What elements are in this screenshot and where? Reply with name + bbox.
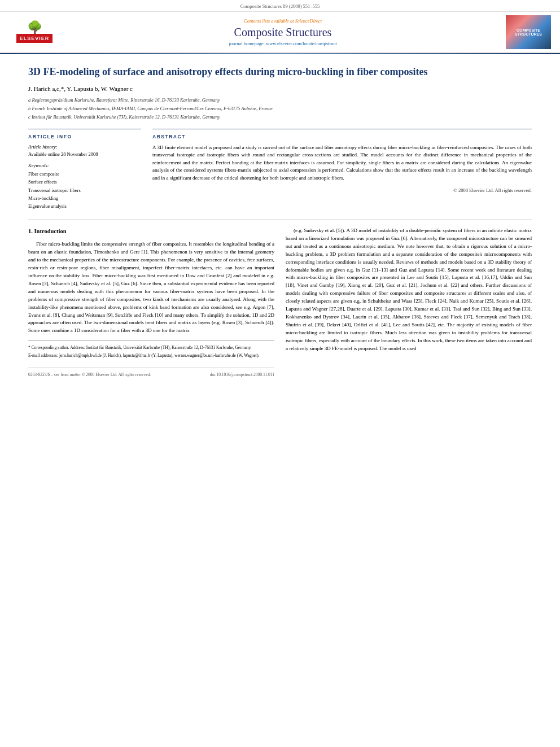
journal-title: Composite Structures xyxy=(71,26,495,39)
body-col-left: 1. Introduction Fiber micro-buckling lim… xyxy=(28,227,274,378)
available-online: Available online 28 November 2008 xyxy=(28,151,141,157)
article-content: 3D FE-modeling of surface and anisotropy… xyxy=(0,54,560,389)
journal-homepage: journal homepage: www.elsevier.com/locat… xyxy=(71,41,495,46)
homepage-url[interactable]: www.elsevier.com/locate/compstruct xyxy=(266,41,337,46)
composite-structures-logo: COMPOSITE STRUCTURES xyxy=(506,15,551,49)
affiliation-2: b French Institute of Advanced Mechanics… xyxy=(28,105,532,112)
elsevier-wordmark: ELSEVIER xyxy=(16,34,53,43)
homepage-label: journal homepage: xyxy=(229,41,266,46)
article-title: 3D FE-modeling of surface and anisotropy… xyxy=(28,65,532,78)
section-1-title: 1. Introduction xyxy=(28,227,274,236)
journal-header: Composite Structures 89 (2009) 551–555 🌳… xyxy=(0,0,560,53)
keyword-4: Micro-buckling xyxy=(28,194,141,202)
journal-citation: Composite Structures 89 (2009) 551–555 xyxy=(0,2,560,12)
contents-text: Contents lists available at xyxy=(244,18,294,24)
keywords-label: Keywords: xyxy=(28,163,141,168)
body-col-right: (e.g. Sadovsky et al. [5]). A 3D model o… xyxy=(286,227,532,378)
keywords-list: Fiber composite Surface effects Transver… xyxy=(28,170,141,211)
article-info-heading: ARTICLE INFO xyxy=(28,134,141,139)
elsevier-tree-icon: 🌳 xyxy=(27,21,42,34)
sciencedirect-link-text[interactable]: ScienceDirect xyxy=(295,18,322,24)
article-info-column: ARTICLE INFO Article history: Available … xyxy=(28,129,141,211)
abstract-text: A 3D finite element model is proposed an… xyxy=(152,144,532,182)
sciencedirect-line: Contents lists available at ScienceDirec… xyxy=(71,18,495,24)
keyword-1: Fiber composite xyxy=(28,170,141,178)
section-divider xyxy=(28,220,532,220)
section-1-para-2: (e.g. Sadovsky et al. [5]). A 3D model o… xyxy=(286,227,532,353)
article-info-abstract: ARTICLE INFO Article history: Available … xyxy=(28,129,532,211)
section-1-para-1: Fiber micro-buckling limits the compress… xyxy=(28,241,274,335)
keyword-2: Surface effects xyxy=(28,178,141,186)
elsevier-logo: 🌳 ELSEVIER xyxy=(9,21,60,43)
affiliation-3: c Institut für Baustatik, Universität Ka… xyxy=(28,113,532,121)
keyword-3: Transversal isotropic fibers xyxy=(28,186,141,194)
doi-text: doi:10.1016/j.compstruct.2008.11.011 xyxy=(210,372,274,378)
composite-logo-text: COMPOSITE STRUCTURES xyxy=(508,28,549,36)
footnotes: * Corresponding author. Address: Institu… xyxy=(28,340,274,359)
issn-text: 0263-8223/$ – see front matter © 2008 El… xyxy=(28,372,151,378)
abstract-heading: ABSTRACT xyxy=(152,134,532,139)
journal-center: Contents lists available at ScienceDirec… xyxy=(60,18,506,46)
affiliations: a Regierungspräsidium Karlsruhe, Baurefe… xyxy=(28,97,532,120)
authors-text: J. Harich a,c,*, Y. Lapusta b, W. Wagner… xyxy=(28,85,133,92)
footnote-corresponding: * Corresponding author. Address: Institu… xyxy=(28,344,274,351)
composite-logo-inner: COMPOSITE STRUCTURES xyxy=(506,15,551,49)
history-label: Article history: xyxy=(28,144,141,150)
bottom-bar: 0263-8223/$ – see front matter © 2008 El… xyxy=(28,368,274,378)
keyword-5: Eigenvalue analysis xyxy=(28,202,141,210)
affiliation-1: a Regierungspräsidium Karlsruhe, Baurefe… xyxy=(28,97,532,104)
authors: J. Harich a,c,*, Y. Lapusta b, W. Wagner… xyxy=(28,85,532,92)
footnote-email: E-mail addresses: jens.harich@mpk.bwl.de… xyxy=(28,352,274,359)
journal-banner: 🌳 ELSEVIER Contents lists available at S… xyxy=(0,12,560,53)
abstract-column: ABSTRACT A 3D finite element model is pr… xyxy=(152,129,532,211)
body-columns: 1. Introduction Fiber micro-buckling lim… xyxy=(28,227,532,378)
citation-text: Composite Structures 89 (2009) 551–555 xyxy=(240,3,320,9)
copyright: © 2008 Elsevier Ltd. All rights reserved… xyxy=(152,187,532,193)
